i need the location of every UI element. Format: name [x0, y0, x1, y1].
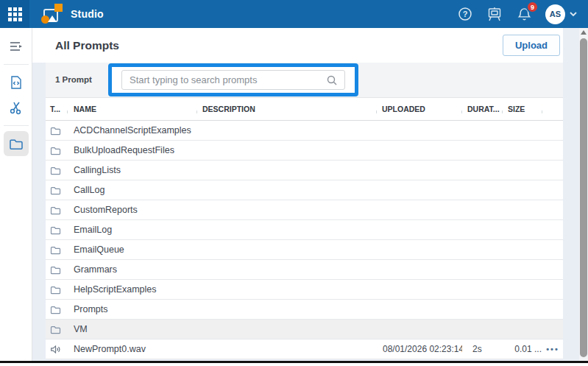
row-name: EmailLog — [68, 225, 197, 235]
row-type-cell — [46, 205, 68, 215]
sidebar-item-scissors[interactable] — [4, 95, 29, 120]
script-list-icon — [9, 41, 24, 52]
apps-grid-icon — [8, 7, 22, 21]
table-row[interactable]: EmailLog — [46, 220, 563, 240]
sidebar-item-code-document[interactable] — [4, 70, 29, 95]
folder-icon — [50, 126, 61, 136]
table-row[interactable]: Prompts — [46, 300, 563, 320]
row-type-cell — [46, 325, 68, 334]
app-window: Studio ? 9 — [0, 0, 588, 366]
row-duration: 2s — [462, 344, 503, 354]
row-type-cell — [46, 186, 68, 195]
folder-icon — [50, 205, 61, 215]
prompts-panel: 1 Prompt T... NAME DESCRIPTION — [46, 63, 563, 359]
scrollbar-thumb[interactable] — [580, 38, 587, 357]
toolbar: 1 Prompt — [46, 63, 563, 98]
row-name: ACDChannelScriptExamples — [68, 125, 197, 136]
prompt-count: 1 Prompt — [55, 75, 92, 84]
row-name: CustomReports — [68, 205, 197, 215]
row-size: 0.01 ... — [503, 344, 542, 354]
user-menu[interactable]: AS — [545, 4, 578, 24]
column-header-duration[interactable]: DURAT... — [462, 105, 503, 113]
column-header-description[interactable]: DESCRIPTION — [197, 105, 377, 113]
column-header-size[interactable]: SIZE — [503, 105, 542, 113]
table-header: T... NAME DESCRIPTION UPLOADED DURAT... … — [46, 98, 563, 121]
column-header-type[interactable]: T... — [46, 105, 68, 113]
table-row[interactable]: HelpScriptExamples — [46, 280, 563, 300]
table-row[interactable]: BulkUploadRequestFiles — [46, 141, 563, 161]
row-name: Prompts — [68, 304, 197, 314]
row-type-cell — [46, 265, 68, 275]
row-name: VM — [68, 324, 197, 334]
topbar-actions: ? 9 AS — [457, 4, 588, 24]
row-type-cell — [46, 245, 68, 255]
brand: Studio — [41, 4, 104, 24]
row-type-cell — [46, 305, 68, 314]
folder-icon — [50, 225, 61, 235]
search-box — [121, 70, 345, 90]
row-type-cell — [46, 146, 68, 155]
sidebar-item-script-list[interactable] — [4, 34, 29, 59]
table-row[interactable]: NewPrompt0.wav 08/01/2026 02:23:14 2s 0.… — [46, 339, 563, 359]
table-row[interactable]: CallLog — [46, 180, 563, 200]
folder-icon — [50, 325, 61, 334]
folder-icon — [50, 166, 61, 175]
row-name: CallingLists — [68, 165, 197, 175]
scroll-up-arrow-icon[interactable] — [581, 30, 587, 35]
folder-icon — [50, 265, 61, 275]
page-title: All Prompts — [55, 39, 119, 52]
table-row[interactable]: ACDChannelScriptExamples — [46, 121, 563, 141]
app-body: All Prompts Upload 1 Prompt — [0, 28, 588, 361]
upload-button[interactable]: Upload — [503, 35, 560, 56]
left-sidebar — [0, 28, 32, 361]
studio-logo-icon — [41, 4, 63, 24]
avatar: AS — [545, 4, 565, 24]
sidebar-item-prompts-folder[interactable] — [4, 131, 29, 156]
table-body: ACDChannelScriptExamples BulkUploadReque… — [46, 121, 563, 359]
table-row[interactable]: Grammars — [46, 260, 563, 280]
vertical-scrollbar[interactable] — [579, 28, 588, 361]
table-row[interactable]: VM — [46, 320, 563, 339]
chevron-down-icon — [569, 11, 578, 17]
scissors-icon — [9, 100, 24, 115]
notification-badge: 9 — [526, 1, 539, 13]
folder-icon — [50, 245, 61, 255]
row-name: CallLog — [68, 185, 197, 195]
help-icon[interactable]: ? — [457, 6, 473, 22]
row-name: EmailQueue — [68, 244, 197, 255]
row-actions-menu[interactable]: ••• — [542, 345, 563, 353]
table-row[interactable]: CustomReports — [46, 200, 563, 220]
notifications-button[interactable]: 9 — [516, 6, 532, 22]
app-title: Studio — [71, 8, 104, 20]
row-name: Grammars — [68, 264, 197, 275]
folder-icon — [50, 285, 61, 295]
table-row[interactable]: CallingLists — [46, 161, 563, 180]
presentation-screen-icon[interactable] — [486, 6, 503, 22]
row-type-cell — [46, 285, 68, 295]
search-highlight-annotation — [108, 63, 358, 96]
row-uploaded: 08/01/2026 02:23:14 — [377, 344, 462, 354]
folder-icon — [50, 305, 61, 314]
sidebar-divider — [4, 64, 29, 65]
folder-icon — [50, 146, 61, 155]
code-document-icon — [10, 75, 23, 90]
app-launcher-button[interactable] — [0, 0, 29, 28]
audio-speaker-icon — [50, 345, 61, 354]
row-type-cell — [46, 345, 68, 354]
search-input[interactable] — [122, 74, 326, 85]
folder-icon — [9, 138, 24, 150]
search-icon[interactable] — [326, 74, 338, 86]
svg-text:?: ? — [463, 10, 468, 18]
table-row[interactable]: EmailQueue — [46, 240, 563, 260]
row-type-cell — [46, 166, 68, 175]
row-type-cell — [46, 225, 68, 235]
top-bar: Studio ? 9 — [0, 0, 588, 28]
row-name: BulkUploadRequestFiles — [68, 145, 197, 155]
window-border — [0, 361, 588, 363]
folder-icon — [50, 186, 61, 195]
row-name: HelpScriptExamples — [68, 284, 197, 295]
column-header-uploaded[interactable]: UPLOADED — [377, 105, 462, 113]
column-header-name[interactable]: NAME — [68, 105, 197, 113]
row-type-cell — [46, 126, 68, 136]
main-content: All Prompts Upload 1 Prompt — [32, 28, 579, 361]
